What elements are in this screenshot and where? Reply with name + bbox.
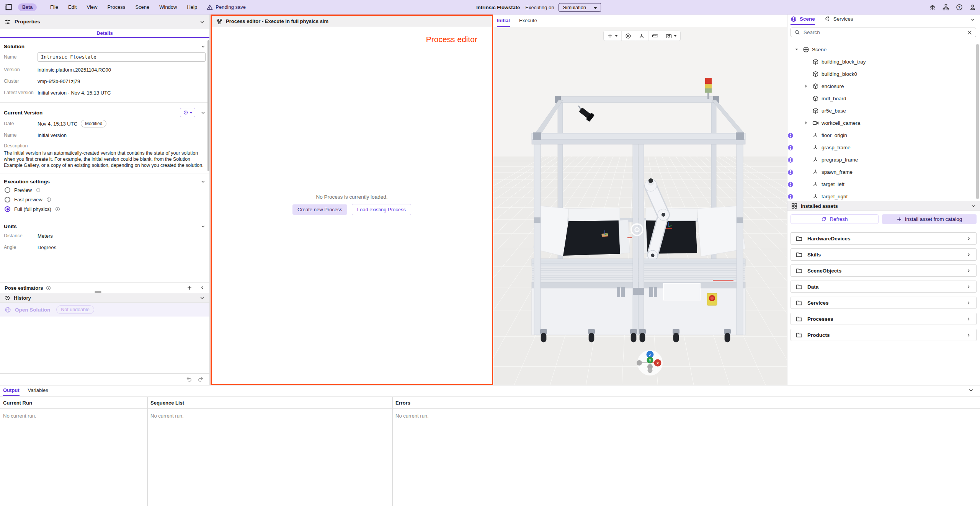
tree-row[interactable]: spawn_frame xyxy=(787,166,977,178)
execution-target-select[interactable]: Simulation xyxy=(559,3,601,12)
tree-row[interactable]: mdf_board xyxy=(787,93,977,105)
expand-right-icon[interactable] xyxy=(804,84,808,88)
chevron-down-icon[interactable] xyxy=(201,179,206,184)
tree-row[interactable]: grasp_frame xyxy=(787,142,977,154)
asset-folder-row[interactable]: Skills xyxy=(791,248,977,261)
pose-estimators-section-header[interactable]: Pose estimators xyxy=(0,282,209,293)
chevron-down-icon[interactable] xyxy=(971,203,976,209)
help-icon[interactable]: ? xyxy=(956,4,963,11)
radio-button[interactable] xyxy=(5,206,10,212)
asset-folder-row[interactable]: Data xyxy=(791,281,977,293)
solution-name-input[interactable] xyxy=(38,52,206,62)
3d-viewport-canvas[interactable]: Z Y X xyxy=(493,27,787,385)
add-object-button[interactable] xyxy=(604,31,621,41)
expand-down-icon[interactable] xyxy=(794,47,799,52)
redo-icon[interactable] xyxy=(198,376,204,382)
asset-folder-row[interactable]: Products xyxy=(791,329,977,341)
create-new-process-button[interactable]: Create new Process xyxy=(292,204,347,215)
menu-list: FileEditViewProcessSceneWindowHelp xyxy=(45,2,202,12)
add-pose-estimator-button[interactable] xyxy=(187,285,192,291)
menu-item[interactable]: Process xyxy=(102,2,130,12)
tree-item-label: pregrasp_frame xyxy=(822,157,858,163)
tree-row[interactable]: enclosure xyxy=(787,80,977,93)
chevron-down-icon[interactable] xyxy=(970,17,975,22)
tree-row[interactable]: pregrasp_frame xyxy=(787,154,977,166)
tree-row[interactable]: workcell_camera xyxy=(787,117,977,129)
clear-search-icon[interactable] xyxy=(967,30,972,35)
menu-item[interactable]: File xyxy=(45,2,63,12)
tab-details[interactable]: Details xyxy=(96,29,113,36)
left-panel-scrollbar[interactable] xyxy=(207,40,209,171)
load-existing-process-button[interactable]: Load existing Process xyxy=(352,204,411,215)
menu-item[interactable]: View xyxy=(82,2,102,12)
expand-right-icon[interactable] xyxy=(804,121,808,125)
properties-panel: Properties Details Solution Name Version… xyxy=(0,15,210,385)
menu-item[interactable]: Edit xyxy=(63,2,82,12)
tree-row[interactable]: building_block_tray xyxy=(787,56,977,68)
menu-item[interactable]: Scene xyxy=(130,2,154,12)
bug-report-icon[interactable] xyxy=(929,4,936,11)
tree-row[interactable]: floor_origin xyxy=(787,129,977,142)
radio-button[interactable] xyxy=(5,197,10,202)
chevron-down-icon[interactable] xyxy=(199,19,205,24)
viewport-tab[interactable]: Execute xyxy=(519,15,537,27)
output-panel-tab[interactable]: Output xyxy=(3,385,20,396)
execution-option-row[interactable]: Full (full physics) xyxy=(0,204,209,214)
tree-row[interactable]: building_block0 xyxy=(787,68,977,80)
solution-section-header[interactable]: Solution xyxy=(4,44,206,49)
account-icon[interactable] xyxy=(969,4,976,11)
current-version-section-header[interactable]: Current Version xyxy=(4,108,206,117)
chevron-left-icon[interactable] xyxy=(200,285,205,291)
asset-folder-row[interactable]: HardwareDevices xyxy=(791,232,977,245)
chevron-down-icon[interactable] xyxy=(968,387,974,393)
deselect-button[interactable] xyxy=(621,31,635,41)
tree-item-label: Scene xyxy=(812,47,826,52)
tree-item-label: building_block_tray xyxy=(822,59,866,65)
search-input[interactable] xyxy=(804,29,964,35)
execution-option-row[interactable]: Preview xyxy=(0,185,209,195)
tree-row[interactable]: Scene xyxy=(787,44,977,56)
properties-panel-header[interactable]: Properties xyxy=(0,15,209,29)
screenshot-camera-button[interactable] xyxy=(662,31,680,41)
tree-row[interactable]: ur5e_base xyxy=(787,105,977,117)
tab-services[interactable]: Services xyxy=(824,14,853,25)
right-panel-scrollbar[interactable] xyxy=(976,44,979,199)
execution-settings-header[interactable]: Execution settings xyxy=(4,179,206,184)
asset-folder-row[interactable]: Services xyxy=(791,297,977,309)
measure-ruler-button[interactable] xyxy=(648,31,662,41)
chevron-down-icon[interactable] xyxy=(201,44,206,49)
menu-item[interactable]: Window xyxy=(154,2,182,12)
history-entry-open-solution[interactable]: Open Solution Not undoable xyxy=(0,303,209,317)
chevron-down-icon[interactable] xyxy=(199,295,205,300)
chevron-down-icon[interactable] xyxy=(201,224,206,229)
output-panel-tab[interactable]: Variables xyxy=(28,385,48,396)
column-divider[interactable] xyxy=(392,397,393,506)
tree-item-label: target_left xyxy=(822,181,844,187)
asset-folder-row[interactable]: SceneObjects xyxy=(791,264,977,277)
solution-cluster-row: Cluster vmp-6f3b-9071zj79 xyxy=(0,75,209,87)
tree-item-label: workcell_camera xyxy=(822,120,860,126)
radio-button[interactable] xyxy=(5,187,10,193)
tree-item-label: target_right xyxy=(822,194,848,199)
column-divider[interactable] xyxy=(147,397,148,506)
chevron-down-icon xyxy=(615,35,618,37)
process-editor-header[interactable]: Process editor - Execute in full physics… xyxy=(212,16,492,27)
sitemap-icon[interactable] xyxy=(942,4,949,11)
asset-folder-row[interactable]: Processes xyxy=(791,313,977,325)
history-section-header[interactable]: History xyxy=(0,293,209,303)
tree-row[interactable]: target_left xyxy=(787,178,977,191)
units-section-header[interactable]: Units xyxy=(4,224,206,229)
menu-item[interactable]: Help xyxy=(182,2,203,12)
frame-axes-button[interactable] xyxy=(635,31,648,41)
restore-version-button[interactable] xyxy=(180,108,195,117)
execution-option-row[interactable]: Fast preview xyxy=(0,195,209,204)
cube-icon xyxy=(812,108,819,114)
viewport-tab[interactable]: Initial xyxy=(497,15,510,27)
installed-assets-header[interactable]: Installed assets xyxy=(787,201,980,211)
units-angle-row: Angle Degrees xyxy=(0,242,209,253)
chevron-down-icon[interactable] xyxy=(201,110,206,115)
tab-scene[interactable]: Scene xyxy=(791,14,815,25)
refresh-button[interactable]: Refresh xyxy=(791,214,879,224)
undo-icon[interactable] xyxy=(186,376,192,382)
install-asset-button[interactable]: Install asset from catalog xyxy=(882,214,977,224)
